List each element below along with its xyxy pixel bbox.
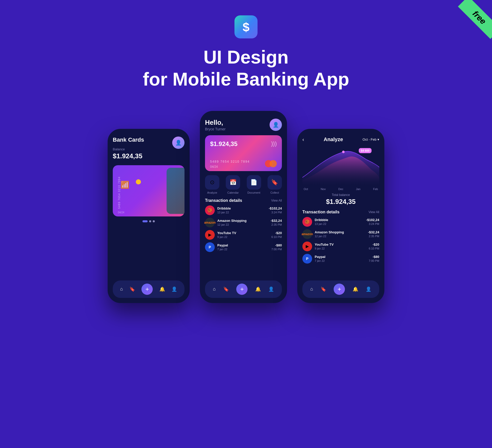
credit-card: $1.924,35 ))) 5489 7654 3210 7894 04/24 [205, 135, 282, 171]
card-expiry-left: 04/24 [118, 211, 124, 214]
amazon-icon: amazon [205, 218, 215, 227]
nav-plus-center[interactable]: + [236, 284, 248, 295]
nav-bookmark-center[interactable]: 🔖 [223, 286, 229, 292]
nav-bell-right[interactable]: 🔔 [353, 286, 358, 292]
table-row: P Paypal 7 jan 22 -$80 7:00 PM [302, 254, 379, 264]
dot-2 [149, 220, 151, 222]
tx-title-right: Transaction details [302, 210, 340, 214]
avatar-center: 👤 [270, 119, 282, 131]
phone-bank-cards: Bank Cards Balance $1.924,35 👤 📶 5489 76… [108, 129, 190, 303]
tx-amount-dribbble: -$102,24 3:24 PM [269, 206, 282, 214]
tx-info-youtube: YouTube TV 9 jan 22 [217, 231, 269, 238]
quick-actions: ⊙ Analyze 📅 Calendar 📄 Document 🔖 Collec… [205, 175, 282, 194]
greeting-text: Hello, [205, 119, 225, 127]
youtube-icon-r: ▶ [302, 242, 312, 251]
wifi-icon: 📶 [120, 181, 129, 189]
nav-plus-left[interactable]: + [141, 284, 153, 295]
action-calendar[interactable]: 📅 Calendar [226, 175, 240, 194]
collect-label: Collect [270, 191, 279, 194]
tx-date: 13 jan 22 [217, 211, 266, 214]
phone-right-content: ‹ Analyze Oct - Feb ▾ [297, 129, 384, 303]
free-label: free [458, 0, 492, 39]
dot-1 [142, 220, 148, 222]
phone-center-content: Hello, Bryce Turner 👤 $1.924,35 ))) 5489… [200, 111, 287, 303]
table-row: 🏀 Dribbble 13 jan 22 -$102,24 3:24 PM [302, 217, 379, 227]
nav-bookmark-right[interactable]: 🔖 [321, 286, 326, 292]
bottom-nav-center: ⌂ 🔖 + 🔔 👤 [205, 280, 282, 298]
table-row: ▶ YouTube TV 9 jan 22 -$20 6:10 PM [205, 230, 282, 240]
tx-list-right: 🏀 Dribbble 13 jan 22 -$102,24 3:24 PM am… [302, 217, 379, 264]
tx-title-center: Transaction details [205, 198, 242, 203]
analyze-title: Analyze [324, 137, 343, 142]
back-button[interactable]: ‹ [302, 137, 304, 142]
paypal-icon-r: P [302, 254, 312, 264]
dribbble-icon-r: 🏀 [302, 217, 312, 227]
table-row: P Paypal 7 jan 22 -$80 7:00 PM [205, 242, 282, 252]
analyze-btn[interactable]: ⊙ [205, 175, 219, 190]
total-balance-label: Total balance [302, 193, 379, 197]
phones-container: Bank Cards Balance $1.924,35 👤 📶 5489 76… [0, 111, 492, 318]
card-chip-dot [136, 179, 141, 184]
table-row: 🏀 Dribbble 13 jan 22 -$102,24 3:24 PM [205, 205, 282, 215]
amazon-icon-r: amazon [302, 229, 312, 239]
card-exp-center: 04/24 [210, 165, 218, 169]
tx-amount-r-youtube: -$20 6:10 PM [369, 243, 379, 250]
action-document[interactable]: 📄 Document [247, 175, 261, 194]
view-all-right[interactable]: View All [368, 210, 379, 214]
dollar-icon: $ [243, 20, 250, 34]
dribbble-icon: 🏀 [205, 205, 215, 215]
document-btn[interactable]: 📄 [247, 175, 261, 190]
table-row: amazon Amazon Shopping 12 jan 22 -$32,24… [205, 218, 282, 227]
chart-label-oct: Oct [304, 187, 308, 191]
table-row: amazon Amazon Shopping 12 jan 22 -$32,24… [302, 229, 379, 239]
balance-label: Balance [113, 147, 144, 151]
tx-amount-youtube: -$20 6:10 PM [271, 231, 282, 238]
nav-bookmark-left[interactable]: 🔖 [129, 286, 135, 292]
nav-bell-center[interactable]: 🔔 [255, 286, 261, 292]
tx-info-r-amazon: Amazon Shopping 12 jan 22 [315, 230, 365, 238]
main-title: UI Design for Mobile Banking App [143, 46, 349, 90]
nav-home-left[interactable]: ⌂ [120, 286, 123, 292]
chevron-down-icon: ▾ [377, 138, 379, 141]
collect-btn[interactable]: 🔖 [268, 175, 282, 190]
period-selector[interactable]: Oct - Feb ▾ [363, 138, 379, 141]
mc-orange-circle [270, 160, 277, 167]
card-back [167, 168, 184, 214]
nav-user-left[interactable]: 👤 [171, 286, 177, 292]
calendar-btn[interactable]: 📅 [226, 175, 240, 190]
bottom-nav-left: ⌂ 🔖 + 🔔 👤 [113, 280, 184, 298]
nav-plus-right[interactable]: + [334, 284, 345, 295]
tx-info-r-youtube: YouTube TV 9 jan 22 [315, 243, 366, 250]
chart-label-feb: Feb [373, 187, 378, 191]
phone-center-header: Hello, Bryce Turner 👤 [205, 119, 282, 131]
nav-home-center[interactable]: ⌂ [213, 286, 216, 292]
chart-label-nov: Nov [321, 187, 326, 191]
document-label: Document [248, 191, 260, 194]
chart-label-jan: Jan [356, 187, 361, 191]
period-label: Oct - Feb [363, 138, 376, 141]
tx-info-amazon: Amazon Shopping 12 jan 22 [217, 219, 268, 226]
bottom-nav-right: ⌂ 🔖 + 🔔 👤 [302, 280, 379, 298]
nav-bell-left[interactable]: 🔔 [159, 286, 165, 292]
tx-amount-amazon: -$32,24 2:35 PM [271, 219, 282, 226]
chart-tooltip: $4 600 [359, 148, 372, 153]
chart-labels: Oct Nov Dec Jan Feb [302, 187, 379, 191]
youtube-icon: ▶ [205, 230, 215, 240]
balance-amount: $1.924,35 [113, 152, 144, 160]
chart-label-dec: Dec [338, 187, 343, 191]
table-row: ▶ YouTube TV 9 jan 22 -$20 6:10 PM [302, 242, 379, 251]
tx-section-header-right: Transaction details View All [302, 210, 379, 214]
nav-home-right[interactable]: ⌂ [310, 286, 313, 292]
chart-area: $4 600 [302, 145, 379, 186]
card-visual-left: 📶 5489 7654 3210 7894 04/24 [113, 165, 184, 216]
nav-user-center[interactable]: 👤 [268, 286, 274, 292]
bank-cards-title: Bank Cards [113, 137, 144, 143]
action-analyze[interactable]: ⊙ Analyze [205, 175, 219, 194]
nav-user-right[interactable]: 👤 [366, 286, 371, 292]
tx-amount-paypal: -$80 7:00 PM [271, 243, 282, 251]
tx-info-paypal: Paypal 7 jan 22 [217, 243, 269, 251]
view-all-center[interactable]: View All [271, 199, 282, 202]
tx-info-r-dribbble: Dribbble 13 jan 22 [315, 218, 364, 225]
free-ribbon: free [441, 0, 492, 51]
action-collect[interactable]: 🔖 Collect [268, 175, 282, 194]
